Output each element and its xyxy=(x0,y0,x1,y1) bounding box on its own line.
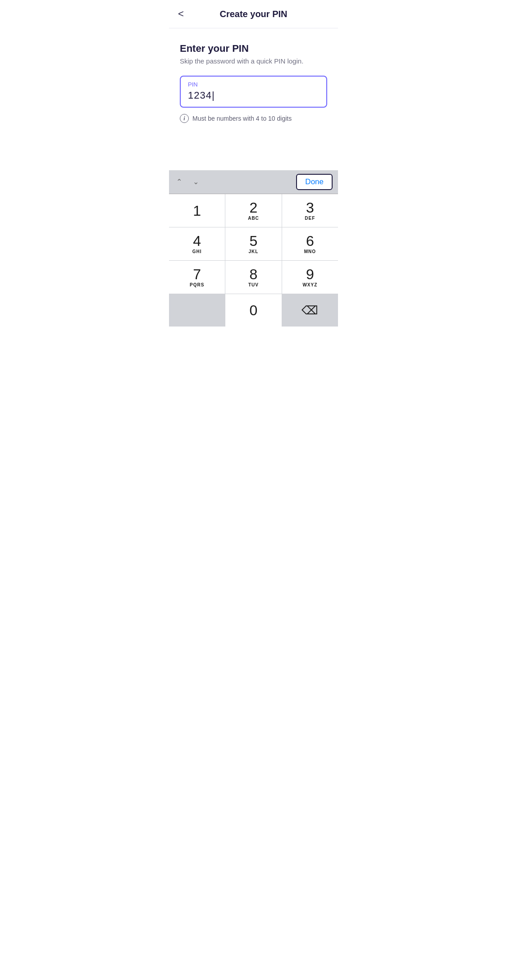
key-1[interactable]: 1 xyxy=(169,194,225,227)
keyboard-toolbar: ⌃ ⌄ Done xyxy=(169,170,338,194)
main-content: Enter your PIN Skip the password with a … xyxy=(169,28,338,170)
back-button[interactable]: < xyxy=(178,7,187,21)
done-button[interactable]: Done xyxy=(296,174,333,190)
pin-hint-text: Must be numbers with 4 to 10 digits xyxy=(192,115,292,122)
key-7[interactable]: 7PQRS xyxy=(169,261,225,294)
pin-input-wrapper[interactable]: PIN 1234| xyxy=(180,76,327,108)
key-9[interactable]: 9WXYZ xyxy=(282,261,338,294)
key-4[interactable]: 4GHI xyxy=(169,227,225,260)
delete-icon: ⌫ xyxy=(301,304,318,318)
key-0[interactable]: 0 xyxy=(225,294,281,327)
pin-input-value: 1234| xyxy=(188,90,319,101)
pin-hint: i Must be numbers with 4 to 10 digits xyxy=(180,114,327,123)
pin-input-label: PIN xyxy=(188,81,319,88)
key-empty xyxy=(169,294,225,327)
toolbar-nav: ⌃ ⌄ xyxy=(174,177,201,187)
nav-up-button[interactable]: ⌃ xyxy=(174,177,184,187)
section-subtitle: Skip the password with a quick PIN login… xyxy=(180,57,327,65)
key-8[interactable]: 8TUV xyxy=(225,261,281,294)
key-6[interactable]: 6MNO xyxy=(282,227,338,260)
key-3[interactable]: 3DEF xyxy=(282,194,338,227)
info-icon: i xyxy=(180,114,189,123)
header: < Create your PIN xyxy=(169,0,338,28)
section-title: Enter your PIN xyxy=(180,43,327,54)
delete-key[interactable]: ⌫ xyxy=(282,294,338,327)
nav-down-button[interactable]: ⌄ xyxy=(191,177,201,187)
key-2[interactable]: 2ABC xyxy=(225,194,281,227)
key-5[interactable]: 5JKL xyxy=(225,227,281,260)
numpad: 12ABC3DEF4GHI5JKL6MNO7PQRS8TUV9WXYZ0⌫ xyxy=(169,194,338,327)
page-title: Create your PIN xyxy=(219,9,287,19)
